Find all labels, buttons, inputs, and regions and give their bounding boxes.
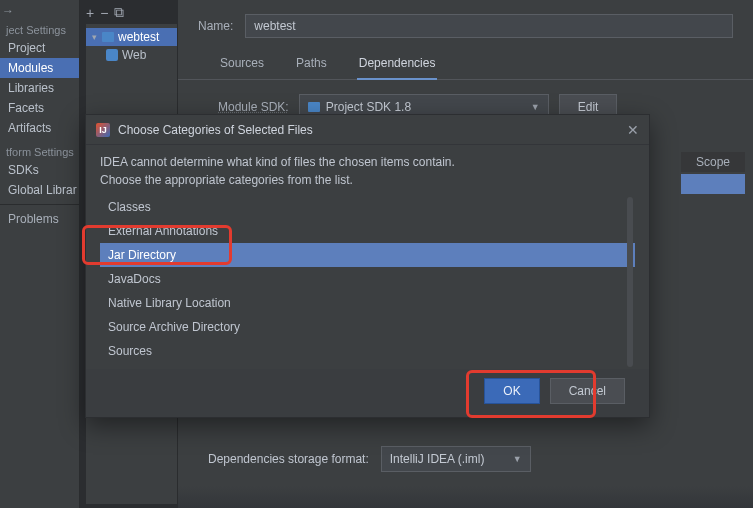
copy-module-icon[interactable]: ⧉: [114, 4, 124, 21]
category-item-classes[interactable]: Classes: [100, 195, 635, 219]
storage-format-combo[interactable]: IntelliJ IDEA (.iml) ▼: [381, 446, 531, 472]
name-label: Name:: [198, 19, 233, 33]
cancel-button[interactable]: Cancel: [550, 378, 625, 404]
sidebar-heading-platform-settings: tform Settings: [0, 144, 79, 160]
module-tree-root[interactable]: ▾ webtest: [86, 28, 177, 46]
ok-button[interactable]: OK: [484, 378, 539, 404]
sidebar-divider: [0, 204, 79, 205]
sidebar-heading-project-settings: ject Settings: [0, 22, 79, 38]
category-item-jar-directory[interactable]: Jar Directory: [100, 243, 635, 267]
sidebar-item-modules[interactable]: Modules: [0, 58, 79, 78]
sdk-folder-icon: [308, 102, 320, 112]
module-tree-child[interactable]: Web: [86, 46, 177, 64]
tab-dependencies[interactable]: Dependencies: [357, 50, 438, 80]
module-name-input[interactable]: [245, 14, 733, 38]
module-actions: + − ⧉: [86, 4, 124, 21]
chevron-down-icon: ▼: [513, 454, 522, 464]
module-folder-icon: [102, 32, 114, 42]
sidebar-item-facets[interactable]: Facets: [0, 98, 79, 118]
category-item-source-archive-directory[interactable]: Source Archive Directory: [100, 315, 635, 339]
back-icon[interactable]: →: [0, 4, 79, 22]
dependencies-selected-row[interactable]: [681, 174, 745, 194]
category-item-sources[interactable]: Sources: [100, 339, 635, 363]
category-list[interactable]: Classes External Annotations Jar Directo…: [100, 195, 635, 369]
structure-sidebar: → ject Settings Project Modules Librarie…: [0, 0, 80, 508]
add-module-icon[interactable]: +: [86, 5, 94, 21]
dialog-message-line2: Choose the appropriate categories from t…: [100, 171, 635, 189]
choose-categories-dialog: IJ Choose Categories of Selected Files ✕…: [85, 114, 650, 418]
list-scrollbar[interactable]: [627, 197, 633, 367]
module-tabs: Sources Paths Dependencies: [178, 46, 753, 80]
sidebar-item-project[interactable]: Project: [0, 38, 79, 58]
tab-sources[interactable]: Sources: [218, 50, 266, 79]
tab-paths[interactable]: Paths: [294, 50, 329, 79]
storage-format-value: IntelliJ IDEA (.iml): [390, 452, 485, 466]
dialog-titlebar[interactable]: IJ Choose Categories of Selected Files ✕: [86, 115, 649, 145]
dialog-title: Choose Categories of Selected Files: [118, 123, 313, 137]
category-item-native-library-location[interactable]: Native Library Location: [100, 291, 635, 315]
tree-caret-icon[interactable]: ▾: [90, 32, 98, 42]
dialog-message-line1: IDEA cannot determine what kind of files…: [100, 153, 635, 171]
category-item-javadocs[interactable]: JavaDocs: [100, 267, 635, 291]
sidebar-item-libraries[interactable]: Libraries: [0, 78, 79, 98]
content-bottom-shadow: [178, 486, 753, 508]
web-facet-icon: [106, 49, 118, 61]
sidebar-item-problems[interactable]: Problems: [0, 209, 79, 229]
sidebar-item-global-libraries[interactable]: Global Librar: [0, 180, 79, 200]
close-icon[interactable]: ✕: [627, 122, 639, 138]
dialog-button-row: OK Cancel: [86, 369, 649, 417]
module-sdk-label: Module SDK:: [218, 100, 289, 114]
storage-format-label: Dependencies storage format:: [208, 452, 369, 466]
app-icon: IJ: [96, 123, 110, 137]
module-sdk-value: Project SDK 1.8: [326, 100, 411, 114]
remove-module-icon[interactable]: −: [100, 5, 108, 21]
dependencies-scope-header: Scope: [681, 152, 745, 172]
chevron-down-icon: ▼: [531, 102, 540, 112]
module-tree-child-label: Web: [122, 48, 146, 62]
category-item-external-annotations[interactable]: External Annotations: [100, 219, 635, 243]
module-tree-root-label: webtest: [118, 30, 159, 44]
sidebar-item-artifacts[interactable]: Artifacts: [0, 118, 79, 138]
sidebar-item-sdks[interactable]: SDKs: [0, 160, 79, 180]
